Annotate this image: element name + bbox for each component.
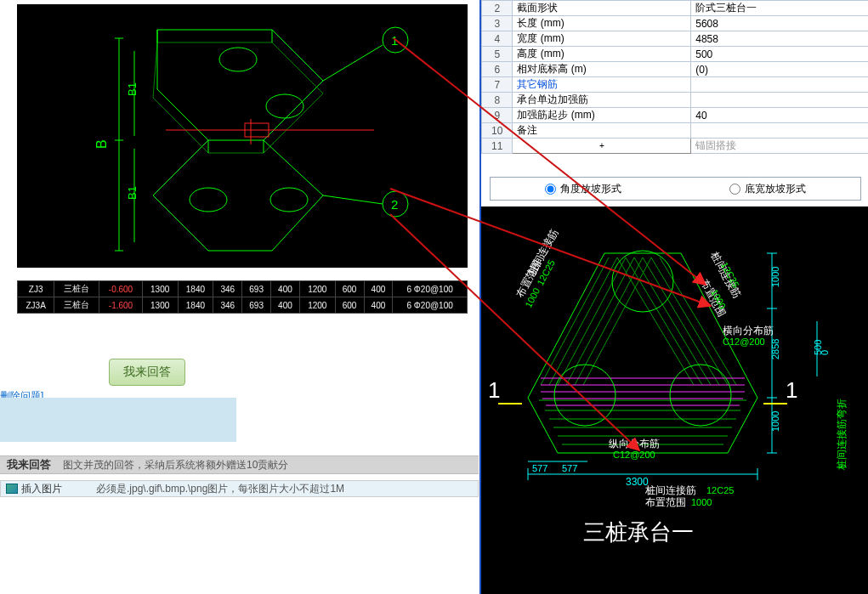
- property-grid[interactable]: 2截面形状阶式三桩台一 3长度 (mm)5608 4宽度 (mm)4858 5高…: [481, 0, 868, 154]
- svg-text:C12@200: C12@200: [613, 450, 655, 460]
- svg-text:500: 500: [813, 340, 823, 355]
- svg-point-42: [670, 365, 731, 426]
- image-icon: [6, 484, 18, 494]
- drawing-title: 三桩承台一: [583, 519, 694, 545]
- svg-line-27: [575, 257, 643, 385]
- dim-577a: 577: [532, 463, 547, 473]
- svg-text:2858: 2858: [770, 339, 780, 359]
- table-row: ZJ3 三桩台 -0.600 1300 1840 346 693 400 120…: [18, 281, 468, 297]
- vertical-label: 桩间连接筋弯折: [836, 399, 848, 471]
- dim-3300: 3300: [626, 476, 649, 488]
- dim-B1b: B1: [126, 186, 139, 200]
- insert-image-label: 插入图片: [21, 482, 62, 496]
- answer-button[interactable]: 我来回答: [109, 359, 185, 386]
- svg-line-28: [583, 257, 651, 385]
- svg-line-32: [634, 257, 711, 385]
- horiz-dist-label: 横向分布筋: [723, 325, 774, 337]
- svg-rect-12: [245, 123, 269, 137]
- slope-mode-radio: 角度放坡形式 底宽放坡形式: [490, 177, 861, 201]
- svg-text:1000: 1000: [709, 287, 728, 310]
- range-label-3: 布置范围: [645, 496, 686, 508]
- dim-B: B: [94, 139, 109, 149]
- svg-text:1000: 1000: [770, 267, 780, 287]
- svg-text:1000: 1000: [770, 411, 780, 432]
- svg-text:12C25: 12C25: [706, 485, 734, 495]
- svg-text:0: 0: [820, 350, 830, 355]
- svg-text:1000: 1000: [523, 286, 542, 309]
- svg-point-40: [612, 251, 673, 312]
- conn-label-3: 桩间连接筋: [644, 484, 696, 496]
- radio-width-slope[interactable]: 底宽放坡形式: [729, 182, 806, 196]
- svg-point-3: [270, 188, 308, 212]
- answer-header-desc: 图文并茂的回答，采纳后系统将额外赠送10贡献分: [63, 458, 288, 472]
- svg-line-33: [626, 257, 702, 385]
- svg-text:C12@200: C12@200: [723, 337, 765, 347]
- svg-point-16: [383, 191, 408, 217]
- cad-drawing-bottom: 3300 577 577 1000 2858 1000 500 0 1 1: [481, 206, 868, 594]
- svg-point-1: [266, 94, 304, 118]
- table-row: ZJ3A 三桩台 -1.600 1300 1840 346 693 400 12…: [18, 297, 468, 314]
- svg-line-15: [323, 195, 383, 204]
- dim-577b: 577: [562, 463, 577, 473]
- svg-line-30: [651, 257, 728, 385]
- radio-angle-slope[interactable]: 角度放坡形式: [545, 182, 621, 196]
- vert-dist-label: 纵向分布筋: [609, 438, 660, 450]
- section-1-left: 1: [488, 377, 500, 403]
- svg-text:12C25: 12C25: [535, 258, 557, 287]
- expand-icon[interactable]: +: [513, 139, 691, 154]
- svg-line-23: [541, 257, 609, 385]
- callout-1: 1: [391, 33, 398, 48]
- svg-line-29: [660, 257, 736, 385]
- cad-drawing-top: B B1 B1 1 2: [17, 4, 468, 268]
- svg-line-25: [558, 257, 626, 385]
- svg-point-14: [383, 27, 408, 53]
- insert-image-row[interactable]: 插入图片 必须是.jpg\.gif\.bmp.\png图片，每张图片大小不超过1…: [0, 480, 479, 497]
- section-1-right: 1: [786, 377, 797, 403]
- svg-point-41: [554, 365, 616, 426]
- dim-B1a: B1: [126, 82, 139, 96]
- callout-2: 2: [391, 197, 398, 212]
- svg-line-24: [549, 257, 617, 385]
- conn-label-2: 桩间连接筋: [708, 249, 743, 300]
- svg-line-13: [323, 45, 383, 81]
- svg-text:1000: 1000: [691, 497, 712, 507]
- svg-text:12C25: 12C25: [719, 260, 741, 289]
- answer-section-header: 我来回答 图文并茂的回答，采纳后系统将额外赠送10贡献分: [0, 455, 479, 474]
- highlight-band: [0, 398, 236, 442]
- conn-label-1: 桩间连接筋: [525, 227, 560, 278]
- data-table: ZJ3 三桩台 -0.600 1300 1840 346 693 400 120…: [17, 280, 468, 314]
- svg-point-2: [190, 188, 227, 212]
- insert-image-desc: 必须是.jpg\.gif\.bmp.\png图片，每张图片大小不超过1M: [96, 482, 344, 496]
- range-label-2: 布置范围: [698, 277, 728, 319]
- svg-line-34: [617, 257, 694, 385]
- answer-header-title: 我来回答: [7, 457, 51, 472]
- svg-line-31: [643, 257, 719, 385]
- range-label-1: 布置范围: [513, 257, 543, 299]
- svg-line-26: [566, 257, 634, 385]
- svg-point-0: [219, 48, 257, 71]
